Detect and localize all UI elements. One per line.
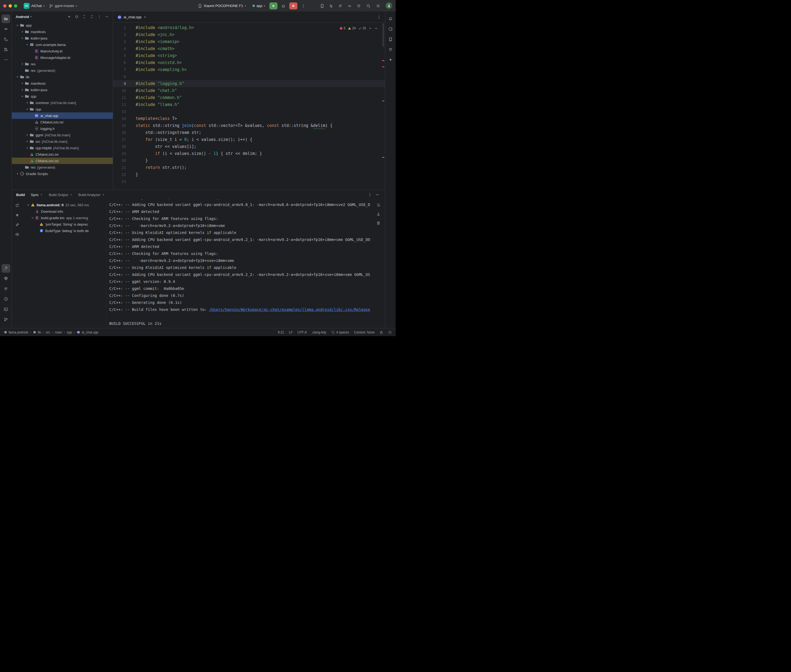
terminal-icon[interactable] xyxy=(2,305,10,314)
tree-item-lib[interactable]: lib xyxy=(12,74,113,80)
gutter[interactable] xyxy=(126,87,136,94)
status-indent[interactable]: 4 spaces xyxy=(331,331,349,334)
next-problem-button[interactable] xyxy=(374,27,378,30)
line-number[interactable]: 19 xyxy=(113,150,126,157)
close-icon[interactable] xyxy=(70,194,72,196)
code-line[interactable]: 14template<class T> xyxy=(113,115,385,122)
chevron-right-icon[interactable] xyxy=(15,171,20,176)
debug-button[interactable] xyxy=(280,2,287,10)
clear-all-icon[interactable] xyxy=(375,220,382,226)
code-line[interactable]: 4#include <cmath> xyxy=(113,45,385,52)
code-line[interactable]: 16 std::ostringstream str; xyxy=(113,129,385,136)
project-selector[interactable]: AC AiChat ▾ xyxy=(21,2,47,10)
tree-item-ai-chat-cpp[interactable]: C++ai_chat.cpp xyxy=(12,112,113,119)
gutter[interactable] xyxy=(126,31,136,38)
line-number[interactable]: 15 xyxy=(113,122,126,129)
line-number[interactable]: 5 xyxy=(113,52,126,59)
gutter[interactable] xyxy=(126,80,136,87)
line-number[interactable]: 11 xyxy=(113,94,126,101)
code-line[interactable]: 9#include "logging.h" xyxy=(113,80,385,87)
line-number[interactable]: 22 xyxy=(113,171,126,178)
breadcrumb-item[interactable]: C++ai_chat.cpp xyxy=(77,331,98,334)
run-config-selector[interactable]: app ▾ xyxy=(250,3,267,9)
line-number[interactable]: 7 xyxy=(113,66,126,73)
code-line[interactable]: 12#include "llama.h" xyxy=(113,101,385,108)
chevron-right-icon[interactable] xyxy=(20,29,25,34)
line-number[interactable]: 14 xyxy=(113,115,126,122)
logcat-icon[interactable] xyxy=(2,285,10,293)
code-line[interactable]: 3#include <iomanip> xyxy=(113,38,385,45)
tree-item-cmakelists-txt[interactable]: CMakeLists.txt xyxy=(12,151,113,158)
line-number[interactable]: 2 xyxy=(113,31,126,38)
tree-item-kotlin-java[interactable]: kotlin+java xyxy=(12,86,113,93)
status-lock[interactable] xyxy=(379,331,383,334)
assistant-icon[interactable] xyxy=(386,55,395,64)
build-icon[interactable] xyxy=(2,264,10,273)
device-mirroring-icon[interactable] xyxy=(355,2,363,10)
status-caret-position[interactable]: 9:21 xyxy=(278,331,284,334)
code-line[interactable]: 17 for (size_t i = 0; i < values.size();… xyxy=(113,136,385,143)
tree-item-ggml[interactable]: ggml[AiChat.lib.main] xyxy=(12,132,113,138)
prev-problem-button[interactable] xyxy=(369,27,372,30)
stripe-mark[interactable] xyxy=(382,66,384,67)
tree-item-llama-android-fi[interactable]: llama.android: fi22 sec, 583 ms xyxy=(22,202,106,208)
code-line[interactable]: 6#include <unistd.h> xyxy=(113,59,385,66)
status-clang-tidy[interactable]: .clang-tidy xyxy=(312,331,326,334)
code-line[interactable]: 2#include <jni.h> xyxy=(113,31,385,38)
breadcrumb-item[interactable]: cpp xyxy=(67,331,72,334)
line-number[interactable]: 23 xyxy=(113,178,126,185)
running-devices-icon[interactable] xyxy=(386,45,395,54)
line-number[interactable]: 1 xyxy=(113,24,126,31)
code-line[interactable]: 22} xyxy=(113,171,385,178)
line-number[interactable]: 17 xyxy=(113,136,126,143)
collapse-all-icon[interactable] xyxy=(88,13,95,20)
line-number[interactable]: 13 xyxy=(113,108,126,115)
stripe-mark[interactable] xyxy=(382,60,384,61)
tree-item-mainactivity-kt[interactable]: MainActivity.kt xyxy=(12,48,113,54)
hide-build-button[interactable] xyxy=(374,191,381,198)
tab-build-output[interactable]: Build Output xyxy=(49,193,72,197)
hide-icon[interactable] xyxy=(104,13,110,20)
breadcrumb-item[interactable]: llama.android xyxy=(4,331,28,334)
soft-wrap-icon[interactable] xyxy=(375,202,382,208)
tab-sync[interactable]: Sync xyxy=(31,193,43,197)
window-minimize-button[interactable] xyxy=(9,4,12,8)
code-line[interactable]: 21 return str.str(); xyxy=(113,164,385,171)
more-actions-button[interactable] xyxy=(300,2,307,10)
device-manager-icon[interactable] xyxy=(386,35,395,43)
breadcrumb-item[interactable]: main xyxy=(55,331,62,334)
chevron-down-icon[interactable] xyxy=(15,23,20,28)
line-number[interactable]: 9 xyxy=(113,80,126,87)
tree-item-com-example-llama[interactable]: com.example.llama xyxy=(12,42,113,48)
tree-item-buildtype-debug-is-both-de[interactable]: BuildType 'debug' is both de xyxy=(22,227,106,234)
gutter[interactable] xyxy=(126,59,136,66)
settings-button[interactable] xyxy=(374,2,382,10)
new-icon[interactable] xyxy=(66,13,72,20)
gutter[interactable] xyxy=(126,143,136,150)
code-line[interactable]: 15static std::string join(const std::vec… xyxy=(113,122,385,129)
tree-item-res[interactable]: res(generated) xyxy=(12,164,113,171)
chevron-right-icon[interactable] xyxy=(25,146,30,150)
scrollbar-thumb[interactable] xyxy=(382,23,384,47)
gutter[interactable] xyxy=(126,24,136,31)
code-line[interactable]: 7#include <sampling.h> xyxy=(113,66,385,73)
breadcrumb-item[interactable]: src xyxy=(46,331,50,334)
line-number[interactable]: 3 xyxy=(113,38,126,45)
build-output-link[interactable]: /Users/hanyin/Workspace/ai-chat/examples… xyxy=(209,307,370,312)
status-line-separator[interactable]: LF xyxy=(289,331,293,334)
tree-item-manifests[interactable]: manifests xyxy=(12,29,113,35)
line-number[interactable]: 21 xyxy=(113,164,126,171)
gutter[interactable] xyxy=(126,52,136,59)
code-line[interactable]: 19 if (i < values.size() - 1) { str << d… xyxy=(113,150,385,157)
gutter[interactable] xyxy=(126,157,136,164)
build-window-title[interactable]: Build xyxy=(16,193,25,197)
chevron-right-icon[interactable] xyxy=(20,87,25,92)
close-icon[interactable] xyxy=(40,194,43,196)
tree-item-cpp[interactable]: cpp xyxy=(12,93,113,99)
status-highlight-level[interactable] xyxy=(388,331,392,334)
chevron-down-icon[interactable] xyxy=(25,107,30,112)
code-line[interactable]: 11#include "common.h" xyxy=(113,94,385,101)
search-everywhere-button[interactable] xyxy=(365,2,372,10)
expand-all-icon[interactable] xyxy=(81,13,87,20)
inspections-widget[interactable]: 3 24 15 xyxy=(339,25,378,32)
